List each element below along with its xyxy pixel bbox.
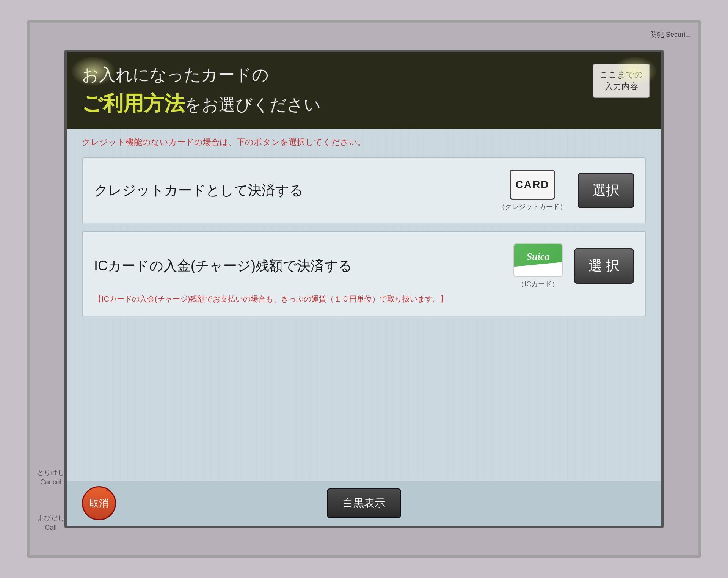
suica-visual: Suica （ICカード） [513, 243, 563, 289]
credit-card-label: クレジットカードとして決済する [94, 181, 487, 200]
ic-card-option: ICカードの入金(チャージ)残額で決済する Suica （ICカード） 選 択 … [82, 231, 646, 316]
credit-select-button[interactable]: 選択 [578, 173, 634, 208]
suica-green-bg: Suica [514, 244, 562, 267]
card-visual: CARD （クレジットカード） [498, 170, 566, 211]
ic-note-text: 【ICカードの入金(チャージ)残額でお支払いの場合も、きっぷの運賃（１０円単位）… [94, 294, 634, 304]
ic-card-label: ICカードの入金(チャージ)残額で決済する [94, 257, 502, 275]
ic-select-button[interactable]: 選 択 [574, 248, 634, 284]
cancel-button[interactable]: 取消 [82, 486, 116, 520]
header-title-line2: ご利用方法 [82, 92, 185, 115]
outer-frame: 防犯 Securi... とりけしCancel よびだしCall お入れになった… [27, 20, 701, 558]
content-area: クレジット機能のないカードの場合は、下のボタンを選択してください。 クレジットカ… [67, 129, 661, 481]
subtitle-text: クレジット機能のないカードの場合は、下のボタンを選択してください。 [82, 137, 646, 148]
input-history-button[interactable]: ここまでの 入力内容 [593, 64, 650, 98]
bottom-bar: 取消 白黒表示 [67, 481, 661, 526]
credit-card-option: クレジットカードとして決済する CARD （クレジットカード） 選択 [82, 157, 646, 223]
call-side-label: よびだしCall [37, 514, 64, 532]
header: お入れになったカードの ご利用方法をお選びください ここまでの 入力内容 [67, 52, 661, 129]
suica-text: Suica [527, 251, 550, 262]
ic-caption: （ICカード） [518, 280, 559, 289]
ic-main-row: ICカードの入金(チャージ)残額で決済する Suica （ICカード） 選 択 [94, 243, 634, 289]
cancel-side-label: とりけしCancel [37, 468, 64, 487]
card-icon: CARD [510, 170, 555, 200]
suica-icon: Suica [513, 243, 563, 277]
header-title-line1: お入れになったカードの [82, 64, 646, 86]
mono-display-button[interactable]: 白黒表示 [327, 488, 401, 518]
security-label: 防犯 Securi... [650, 30, 691, 39]
card-icon-caption: （クレジットカード） [498, 202, 566, 211]
header-title-suffix: をお選びください [185, 95, 321, 114]
main-screen: お入れになったカードの ご利用方法をお選びください ここまでの 入力内容 クレジ… [64, 50, 664, 528]
